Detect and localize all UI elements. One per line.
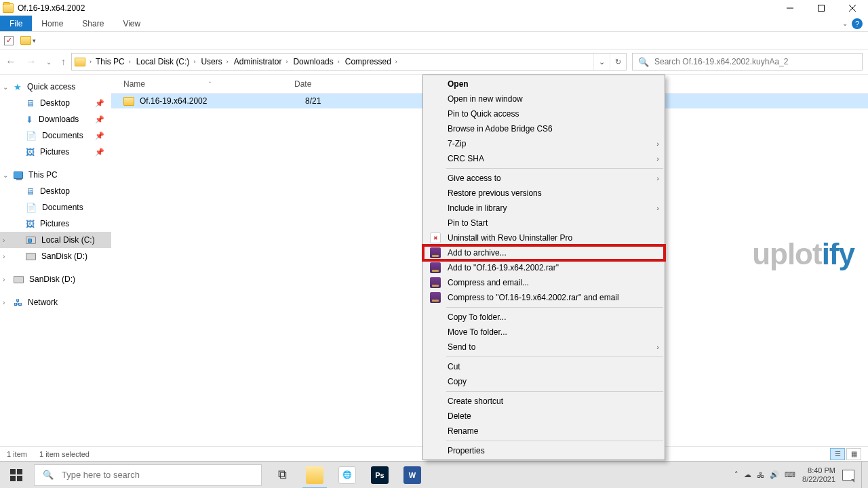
taskbar-clock[interactable]: 8:40 PM 8/22/2021: [802, 466, 835, 484]
ctx-7zip[interactable]: 7-Zip›: [423, 136, 665, 151]
taskbar-search[interactable]: 🔍 Type here to search: [34, 464, 262, 486]
nav-back-button[interactable]: ←: [5, 56, 16, 68]
breadcrumb-thispc[interactable]: This PC›: [93, 57, 134, 66]
tray-language-icon[interactable]: ⌨: [785, 470, 795, 479]
view-details-button[interactable]: ☰: [830, 448, 845, 460]
tray-chevron-icon[interactable]: ˄: [734, 470, 738, 479]
desktop-icon: 🖥: [26, 98, 35, 108]
refresh-button[interactable]: ↻: [610, 54, 626, 70]
documents-icon: 📄: [26, 131, 37, 141]
ctx-open-new-window[interactable]: Open in new window: [423, 92, 665, 106]
qat-dropdown-icon[interactable]: ▾: [33, 37, 36, 44]
ctx-revo-uninstall[interactable]: Uninstall with Revo Uninstaller Pro: [423, 230, 665, 245]
ribbon-tab-home[interactable]: Home: [32, 16, 73, 31]
chevron-right-icon[interactable]: ›: [3, 237, 5, 244]
ribbon-tab-share[interactable]: Share: [73, 16, 113, 31]
taskbar-word[interactable]: W: [396, 462, 429, 489]
ribbon-tab-view[interactable]: View: [113, 16, 150, 31]
sidebar-desktop-pc[interactable]: 🖥Desktop: [0, 183, 111, 199]
tray-volume-icon[interactable]: 🔊: [770, 470, 779, 479]
ctx-crc-sha[interactable]: CRC SHA›: [423, 151, 665, 166]
sidebar-pictures-pc[interactable]: 🖼Pictures: [0, 216, 111, 232]
ctx-pin-quick[interactable]: Pin to Quick access: [423, 106, 665, 121]
maximize-button[interactable]: [806, 0, 837, 16]
task-view-button[interactable]: ⧉: [266, 462, 298, 489]
tray-network-icon[interactable]: 🖧: [757, 471, 764, 479]
sidebar-sandisk-1[interactable]: ›SanDisk (D:): [0, 248, 111, 264]
qat-newfolder-icon[interactable]: [20, 36, 31, 45]
svg-rect-7: [17, 476, 22, 481]
chevron-down-icon[interactable]: ⌄: [3, 83, 8, 91]
pin-icon: 📌: [95, 148, 104, 157]
svg-rect-1: [818, 5, 825, 11]
nav-forward-button[interactable]: →: [26, 56, 37, 68]
ctx-delete[interactable]: Delete: [423, 409, 665, 424]
breadcrumb-users[interactable]: Users›: [198, 57, 231, 66]
action-center-button[interactable]: [842, 470, 854, 481]
breadcrumb-admin[interactable]: Administrator›: [231, 57, 291, 66]
ctx-include-library[interactable]: Include in library›: [423, 201, 665, 216]
status-selected-count: 1 item selected: [39, 450, 90, 458]
quick-access-toolbar: ✓ ▾: [0, 32, 868, 49]
search-icon: 🔍: [638, 57, 649, 67]
breadcrumb-localdisk[interactable]: Local Disk (C:)›: [134, 57, 199, 66]
ctx-browse-bridge[interactable]: Browse in Adobe Bridge CS6: [423, 121, 665, 136]
ctx-cut[interactable]: Cut: [423, 359, 665, 374]
chevron-right-icon[interactable]: ›: [3, 299, 5, 306]
ctx-compress-email[interactable]: Compress and email...: [423, 275, 665, 290]
sidebar-local-disk[interactable]: ›Local Disk (C:): [0, 232, 111, 248]
address-bar[interactable]: › This PC› Local Disk (C:)› Users› Admin…: [71, 53, 627, 70]
ctx-pin-start[interactable]: Pin to Start: [423, 216, 665, 230]
taskbar-photoshop[interactable]: Ps: [363, 462, 396, 489]
address-dropdown-button[interactable]: ⌄: [593, 54, 610, 70]
chevron-down-icon[interactable]: ⌄: [3, 171, 8, 179]
sidebar-this-pc[interactable]: ⌄This PC: [0, 167, 111, 183]
minimize-button[interactable]: [774, 0, 806, 16]
sidebar-sandisk-2[interactable]: ›SanDisk (D:): [0, 271, 111, 287]
taskbar-chrome[interactable]: 🌐: [331, 462, 363, 489]
view-icons-button[interactable]: ▦: [846, 448, 861, 460]
sidebar-network[interactable]: ›🖧Network: [0, 294, 111, 310]
ctx-open[interactable]: Open: [423, 77, 665, 92]
sidebar-documents[interactable]: 📄Documents📌: [0, 127, 111, 144]
sidebar-desktop[interactable]: 🖥Desktop📌: [0, 95, 111, 111]
sort-indicator-icon: ˆ: [209, 81, 211, 87]
breadcrumb-downloads[interactable]: Downloads›: [290, 57, 342, 66]
taskbar-explorer[interactable]: [298, 462, 331, 489]
sidebar-quick-access[interactable]: ⌄ ★ Quick access: [0, 79, 111, 95]
help-icon[interactable]: ?: [852, 18, 863, 29]
ctx-give-access[interactable]: Give access to›: [423, 171, 665, 186]
ctx-add-to-rar[interactable]: Add to "Of.16-19.x64.2002.rar": [423, 260, 665, 275]
chevron-right-icon[interactable]: ›: [3, 253, 5, 260]
sidebar-pictures[interactable]: 🖼Pictures📌: [0, 144, 111, 160]
ctx-send-to[interactable]: Send to›: [423, 340, 665, 354]
pictures-icon: 🖼: [26, 219, 35, 229]
ctx-copy-to[interactable]: Copy To folder...: [423, 310, 665, 325]
ctx-properties[interactable]: Properties: [423, 443, 665, 458]
breadcrumb-root-sep[interactable]: ›: [88, 58, 93, 65]
column-date[interactable]: Date: [294, 79, 311, 89]
ctx-rename[interactable]: Rename: [423, 424, 665, 439]
ctx-add-to-archive[interactable]: Add to archive...: [423, 245, 665, 260]
nav-up-button[interactable]: ↑: [61, 56, 66, 67]
column-name[interactable]: Nameˆ: [123, 79, 294, 89]
ribbon-collapse-icon[interactable]: ⌄: [842, 20, 848, 27]
qat-properties-icon[interactable]: ✓: [4, 36, 14, 45]
ctx-move-to[interactable]: Move To folder...: [423, 325, 665, 340]
close-button[interactable]: [837, 0, 868, 16]
network-icon: 🖧: [14, 298, 22, 308]
ctx-restore-prev[interactable]: Restore previous versions: [423, 186, 665, 201]
start-button[interactable]: [0, 462, 33, 489]
show-desktop-button[interactable]: [861, 462, 864, 489]
nav-history-dropdown[interactable]: ⌄: [46, 58, 52, 66]
sidebar-documents-pc[interactable]: 📄Documents: [0, 199, 111, 216]
ctx-create-shortcut[interactable]: Create shortcut: [423, 394, 665, 409]
tray-onedrive-icon[interactable]: ☁: [744, 470, 751, 479]
ctx-copy[interactable]: Copy: [423, 374, 665, 389]
breadcrumb-compressed[interactable]: Compressed›: [342, 57, 400, 66]
sidebar-downloads[interactable]: ⬇Downloads📌: [0, 111, 111, 127]
ctx-compress-to-email[interactable]: Compress to "Of.16-19.x64.2002.rar" and …: [423, 290, 665, 305]
search-box[interactable]: 🔍 Search Of.16-19.x64.2002.kuyhAa_2: [632, 53, 863, 70]
ribbon-tab-file[interactable]: File: [0, 16, 32, 31]
chevron-right-icon[interactable]: ›: [3, 276, 5, 283]
